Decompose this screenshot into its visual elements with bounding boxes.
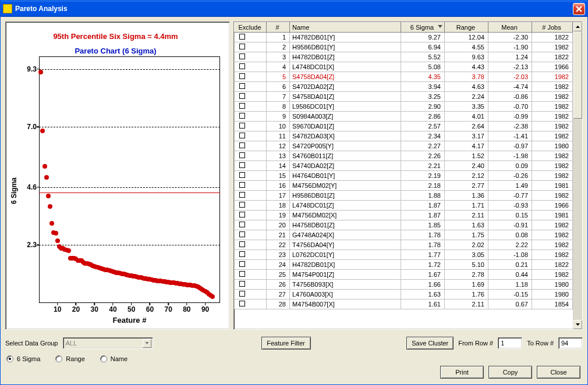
from-row-input[interactable] [498, 337, 522, 349]
radio-range[interactable]: Range [55, 355, 84, 362]
data-point[interactable] [48, 204, 52, 209]
table-row[interactable]: 3H4782DB01[Z]5.529.631.241822 [235, 52, 573, 62]
data-point[interactable] [42, 164, 47, 169]
table-row[interactable]: 18L4748DC01[Z]1.871.71-0.931966 [235, 201, 573, 211]
exclude-cell[interactable] [235, 33, 267, 42]
exclude-cell[interactable] [235, 171, 267, 181]
checkbox-icon[interactable] [239, 212, 245, 218]
col-header[interactable]: # Jobs [532, 23, 573, 33]
print-button[interactable]: Print [440, 366, 484, 379]
col-header[interactable]: Name [290, 23, 401, 33]
checkbox-icon[interactable] [239, 83, 245, 89]
checkbox-icon[interactable] [239, 44, 245, 49]
scroll-up-icon[interactable] [573, 22, 582, 31]
checkbox-icon[interactable] [239, 291, 245, 297]
table-row[interactable]: 26T4756B093[X]1.661.691.181980 [235, 280, 573, 290]
grid-header-row[interactable]: Exclude#Name6 SigmaRangeMean# Jobs [235, 23, 573, 33]
data-point[interactable] [44, 175, 49, 180]
exclude-cell[interactable] [235, 191, 267, 201]
radio-name[interactable]: Name [100, 355, 127, 362]
save-cluster-button[interactable]: Save Cluster [406, 337, 454, 350]
checkbox-icon[interactable] [239, 113, 245, 119]
checkbox-icon[interactable] [239, 222, 245, 227]
table-row[interactable]: 2H9586DB01[Y]6.944.55-1.901982 [235, 42, 573, 52]
radio-6sigma[interactable]: 6 Sigma [6, 355, 40, 362]
data-grid[interactable]: Exclude#Name6 SigmaRangeMean# Jobs 1H478… [234, 22, 573, 329]
exclude-cell[interactable] [235, 72, 267, 82]
table-row[interactable]: 12S4720P005[Y]2.274.17-0.971980 [235, 141, 573, 151]
table-row[interactable]: 6S4702DA02[Z]3.944.63-4.741982 [235, 82, 573, 92]
grid-scrollbar[interactable] [573, 22, 582, 329]
table-row[interactable]: 4L4748DC01[X]5.084.43-2.131966 [235, 62, 573, 72]
table-row[interactable]: 27L4760A003[X]1.631.76-0.151980 [235, 290, 573, 300]
exclude-cell[interactable] [235, 201, 267, 211]
table-row[interactable]: 15H4764DB01[Y]2.192.12-0.261982 [235, 171, 573, 181]
checkbox-icon[interactable] [239, 93, 245, 99]
table-row[interactable]: 5S4758DA04[Z]4.353.78-2.031982 [235, 72, 573, 82]
exclude-cell[interactable] [235, 260, 267, 270]
checkbox-icon[interactable] [239, 202, 245, 208]
checkbox-icon[interactable] [239, 162, 245, 168]
checkbox-icon[interactable] [239, 103, 245, 109]
exclude-cell[interactable] [235, 92, 267, 102]
exclude-cell[interactable] [235, 211, 267, 220]
exclude-cell[interactable] [235, 82, 267, 92]
table-row[interactable]: 23L0762DC01[Y]1.773.05-1.081982 [235, 250, 573, 260]
table-row[interactable]: 21G4748A024[X]1.781.750.081982 [235, 230, 573, 240]
exclude-cell[interactable] [235, 290, 267, 300]
checkbox-icon[interactable] [239, 54, 245, 59]
copy-button[interactable]: Copy [488, 366, 532, 379]
checkbox-icon[interactable] [239, 182, 245, 188]
data-point[interactable] [66, 248, 71, 253]
exclude-cell[interactable] [235, 112, 267, 122]
table-row[interactable]: 22T4756DA04[Y]1.782.022.221982 [235, 240, 573, 250]
table-row[interactable]: 28M4754B007[X]1.612.110.671854 [235, 300, 573, 309]
checkbox-icon[interactable] [239, 142, 245, 148]
close-icon[interactable] [573, 3, 585, 15]
to-row-input[interactable] [558, 337, 583, 349]
exclude-cell[interactable] [235, 62, 267, 72]
checkbox-icon[interactable] [239, 301, 245, 306]
scroll-track[interactable] [573, 31, 582, 320]
data-group-combo[interactable]: ALL [63, 337, 153, 349]
checkbox-icon[interactable] [239, 63, 245, 69]
col-header[interactable]: # [267, 23, 290, 33]
exclude-cell[interactable] [235, 300, 267, 309]
checkbox-icon[interactable] [239, 281, 245, 287]
col-header[interactable]: Range [445, 23, 488, 33]
table-row[interactable]: 19M4756DM02[X]1.872.110.151981 [235, 211, 573, 220]
table-row[interactable]: 11S4782DA03[X]2.343.17-1.411982 [235, 131, 573, 141]
checkbox-icon[interactable] [239, 261, 245, 267]
close-button[interactable]: Close [537, 366, 580, 379]
exclude-cell[interactable] [235, 131, 267, 141]
exclude-cell[interactable] [235, 122, 267, 131]
scroll-down-icon[interactable] [573, 320, 582, 329]
exclude-cell[interactable] [235, 102, 267, 112]
exclude-cell[interactable] [235, 161, 267, 171]
exclude-cell[interactable] [235, 230, 267, 240]
plot-area[interactable]: 2.34.67.09.3102030405060708090 [19, 56, 222, 315]
checkbox-icon[interactable] [239, 271, 245, 277]
table-row[interactable]: 25M4754P001[Z]1.672.780.441982 [235, 270, 573, 280]
table-row[interactable]: 7S4758DA01[Z]3.252.24-0.861982 [235, 92, 573, 102]
table-row[interactable]: 1H4782DB01[Y]9.2712.04-2.301822 [235, 33, 573, 42]
chevron-down-icon[interactable] [143, 339, 151, 348]
exclude-cell[interactable] [235, 240, 267, 250]
table-row[interactable]: 9S0984A003[Z]2.864.01-0.991982 [235, 112, 573, 122]
exclude-cell[interactable] [235, 141, 267, 151]
exclude-cell[interactable] [235, 270, 267, 280]
table-row[interactable]: 17H9586DB01[Z]1.881.36-0.771982 [235, 191, 573, 201]
exclude-cell[interactable] [235, 250, 267, 260]
checkbox-icon[interactable] [239, 152, 245, 158]
table-row[interactable]: 16M4756DM02[Y]2.182.771.491981 [235, 181, 573, 191]
exclude-cell[interactable] [235, 42, 267, 52]
exclude-cell[interactable] [235, 220, 267, 230]
data-point[interactable] [55, 238, 60, 243]
data-point[interactable] [210, 294, 215, 299]
checkbox-icon[interactable] [239, 172, 245, 178]
exclude-cell[interactable] [235, 181, 267, 191]
exclude-cell[interactable] [235, 52, 267, 62]
data-point[interactable] [54, 231, 58, 236]
table-row[interactable]: 10S9670DA01[Z]2.572.64-2.381982 [235, 122, 573, 131]
table-row[interactable]: 8L9586DC01[Y]2.903.35-0.701982 [235, 102, 573, 112]
